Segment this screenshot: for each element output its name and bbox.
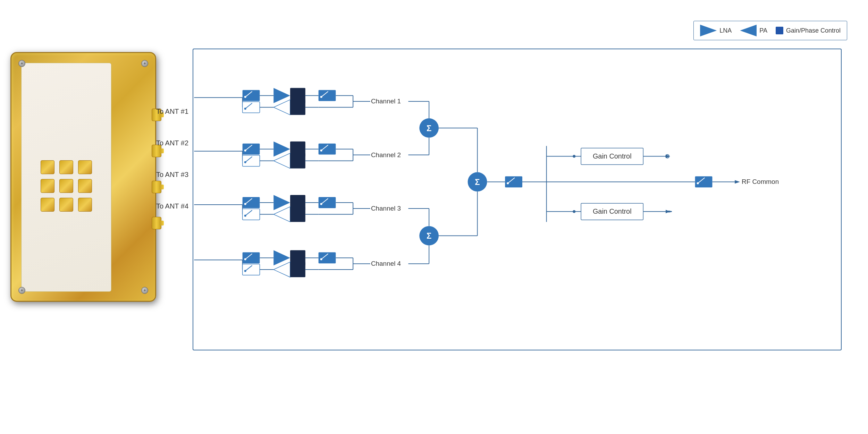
block-diagram: Channel 1 Channel 2 bbox=[193, 49, 842, 350]
svg-text:Σ: Σ bbox=[427, 124, 431, 133]
svg-rect-82 bbox=[243, 264, 260, 275]
svg-rect-10 bbox=[243, 102, 260, 113]
svg-point-91 bbox=[320, 258, 322, 260]
svg-point-3 bbox=[244, 96, 246, 98]
pad-5 bbox=[59, 179, 73, 193]
legend-box: LNA PA Gain/Phase Control bbox=[693, 21, 847, 40]
svg-text:Channel 1: Channel 1 bbox=[371, 97, 401, 105]
svg-point-84 bbox=[244, 270, 246, 272]
svg-marker-141 bbox=[735, 180, 740, 184]
svg-text:Σ: Σ bbox=[427, 231, 431, 240]
svg-point-67 bbox=[320, 203, 322, 205]
svg-point-52 bbox=[244, 203, 246, 205]
svg-point-12 bbox=[244, 108, 246, 110]
svg-rect-87 bbox=[290, 262, 305, 277]
svg-text:Channel 4: Channel 4 bbox=[371, 260, 401, 267]
svg-rect-26 bbox=[243, 144, 260, 155]
svg-rect-63 bbox=[290, 207, 305, 222]
svg-text:Gain Control: Gain Control bbox=[593, 207, 632, 215]
pad-1 bbox=[41, 160, 54, 174]
svg-point-19 bbox=[320, 96, 322, 98]
pad-9 bbox=[78, 198, 92, 212]
screw-bottom-left bbox=[18, 287, 25, 294]
pad-7 bbox=[41, 198, 54, 212]
screw-top-right bbox=[141, 60, 148, 67]
svg-point-43 bbox=[320, 150, 322, 152]
svg-text:Σ: Σ bbox=[475, 177, 480, 187]
svg-rect-65 bbox=[319, 197, 336, 208]
svg-rect-137 bbox=[695, 176, 713, 187]
svg-rect-17 bbox=[319, 90, 336, 101]
svg-rect-34 bbox=[243, 155, 260, 167]
contact-pads bbox=[41, 160, 92, 212]
lna-label: LNA bbox=[719, 27, 732, 34]
hardware-panel bbox=[21, 63, 111, 292]
pad-3 bbox=[78, 160, 92, 174]
ant-labels-group: To ANT #1 To ANT #2 To ANT #3 To ANT #4 bbox=[156, 108, 188, 210]
svg-rect-1 bbox=[243, 90, 260, 101]
svg-rect-50 bbox=[243, 197, 260, 208]
svg-point-139 bbox=[697, 182, 699, 184]
svg-rect-58 bbox=[243, 209, 260, 220]
svg-marker-143 bbox=[666, 155, 670, 158]
svg-rect-116 bbox=[505, 176, 522, 187]
ant-label-1: To ANT #1 bbox=[156, 108, 188, 116]
screw-bottom-right bbox=[141, 287, 148, 294]
sma-4 bbox=[152, 217, 161, 229]
gpc-icon bbox=[776, 27, 783, 34]
svg-point-76 bbox=[244, 258, 246, 260]
hardware-chassis bbox=[10, 52, 156, 302]
svg-text:Channel 2: Channel 2 bbox=[371, 151, 401, 159]
pa-label: PA bbox=[759, 27, 767, 34]
pad-4 bbox=[41, 179, 54, 193]
svg-point-36 bbox=[244, 161, 246, 163]
ant-label-2: To ANT #2 bbox=[156, 139, 188, 147]
svg-text:Channel 3: Channel 3 bbox=[371, 205, 401, 212]
legend-gpc: Gain/Phase Control bbox=[776, 27, 841, 34]
pa-icon bbox=[740, 25, 757, 36]
svg-point-125 bbox=[573, 155, 575, 158]
svg-point-28 bbox=[244, 150, 246, 152]
pad-6 bbox=[78, 179, 92, 193]
screw-top-left bbox=[18, 60, 25, 67]
svg-marker-144 bbox=[666, 210, 670, 213]
svg-rect-89 bbox=[319, 252, 336, 263]
svg-point-118 bbox=[507, 182, 509, 184]
svg-rect-39 bbox=[290, 153, 305, 169]
ant-label-4: To ANT #4 bbox=[156, 202, 188, 210]
svg-rect-74 bbox=[243, 252, 260, 263]
svg-text:Gain Control: Gain Control bbox=[593, 152, 632, 160]
lna-icon bbox=[700, 25, 717, 36]
gpc-label: Gain/Phase Control bbox=[786, 27, 841, 34]
legend-lna: LNA bbox=[700, 25, 732, 36]
svg-point-60 bbox=[244, 215, 246, 217]
svg-text:RF Common: RF Common bbox=[742, 178, 779, 185]
svg-point-132 bbox=[573, 210, 575, 213]
legend-pa: PA bbox=[740, 25, 767, 36]
pad-8 bbox=[59, 198, 73, 212]
diagram-svg: Channel 1 Channel 2 bbox=[193, 49, 841, 350]
hardware-unit bbox=[10, 52, 156, 302]
svg-rect-41 bbox=[319, 144, 336, 155]
svg-rect-15 bbox=[290, 100, 305, 115]
pad-2 bbox=[59, 160, 73, 174]
ant-label-3: To ANT #3 bbox=[156, 171, 188, 179]
